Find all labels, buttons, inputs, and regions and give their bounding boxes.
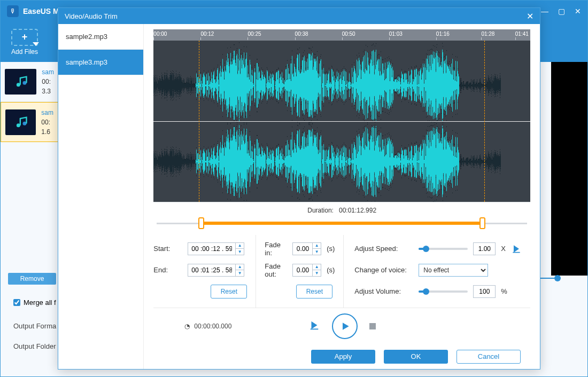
file-time: 00:: [42, 77, 54, 87]
spin-down-icon[interactable]: ▼: [236, 270, 244, 276]
spin-down-icon[interactable]: ▼: [313, 249, 321, 255]
spin-down-icon[interactable]: ▼: [313, 270, 321, 276]
ruler-tick: 01:41: [515, 31, 529, 37]
sidebar-item-sample3[interactable]: sample3.mp3: [58, 50, 143, 75]
playback-time-value: 00:00:00.000: [194, 323, 231, 330]
apply-button[interactable]: Apply: [311, 350, 375, 364]
reset-time-button[interactable]: Reset: [211, 285, 247, 299]
file-item[interactable]: sam 00: 3.3: [1, 62, 58, 102]
ruler-tick: 01:28: [481, 31, 494, 37]
dialog-main: 00:00 00:12 00:25 00:38 00:50 01:03 01:1…: [144, 24, 540, 369]
cancel-button[interactable]: Cancel: [457, 350, 521, 364]
minimize-button[interactable]: —: [541, 7, 548, 15]
voice-label: Change of voice:: [354, 266, 413, 274]
file-size: 3.3: [42, 87, 54, 96]
file-meta: sam 00: 3.3: [42, 67, 54, 96]
speed-unit: X: [501, 245, 506, 253]
file-item[interactable]: sam 00: 1.6: [1, 102, 58, 142]
ok-button[interactable]: OK: [384, 350, 448, 364]
start-input[interactable]: [188, 245, 235, 253]
start-label: Start:: [153, 245, 182, 253]
end-spinner[interactable]: ▲▼: [188, 264, 244, 277]
range-fill: [201, 222, 482, 225]
add-files-label: Add Files: [11, 48, 38, 56]
remove-button[interactable]: Remove: [8, 273, 56, 285]
playback-time: ◔ 00:00:00.000: [184, 323, 231, 330]
file-meta: sam 00: 1.6: [41, 108, 53, 137]
fade-out-input[interactable]: [293, 266, 312, 274]
file-time: 00:: [41, 117, 53, 127]
file-thumb-icon: [5, 69, 36, 95]
ruler-tick: 01:03: [389, 31, 403, 37]
file-name: sam: [41, 108, 53, 117]
add-files-button[interactable]: + Add Files: [11, 29, 38, 56]
dialog-close-icon[interactable]: ✕: [527, 11, 533, 21]
file-list: sam 00: 3.3 sam 00: 1.6: [1, 62, 58, 142]
waveform-selection: [199, 41, 485, 201]
controls: Start: ▲▼ End: ▲▼ Rese: [153, 235, 530, 308]
maximize-button[interactable]: ▢: [558, 7, 565, 15]
speed-preview-play-icon[interactable]: [511, 244, 522, 254]
trim-dialog: Video/Audio Trim ✕ sample2.mp3 sample3.m…: [58, 7, 540, 370]
app-logo-icon: 🎙: [7, 5, 19, 17]
clock-icon: ◔: [184, 323, 190, 330]
merge-label: Merge all f: [24, 299, 56, 307]
play-button[interactable]: [332, 313, 358, 339]
dialog-title: Video/Audio Trim: [65, 12, 118, 20]
speed-slider[interactable]: [419, 248, 468, 250]
spin-up-icon[interactable]: ▲: [236, 243, 244, 249]
merge-checkbox-row: Merge all f: [13, 299, 56, 307]
reset-fade-button[interactable]: Reset: [296, 285, 332, 299]
duration-row: Duration: 00:01:12.992: [153, 202, 530, 217]
ruler-tick: 00:50: [342, 31, 355, 37]
preview-slider-knob[interactable]: [554, 275, 561, 281]
fade-in-spinner[interactable]: ▲▼: [292, 242, 321, 255]
preview-panel: [551, 62, 587, 276]
file-size: 1.6: [41, 127, 53, 137]
sidebar-item-sample2[interactable]: sample2.mp3: [58, 24, 143, 50]
range-slider[interactable]: [157, 217, 527, 230]
end-input[interactable]: [188, 266, 235, 274]
voice-select[interactable]: No effect: [419, 264, 488, 277]
unit-label: (s): [327, 245, 335, 253]
waveform[interactable]: [153, 41, 530, 202]
volume-unit: %: [501, 287, 507, 295]
speed-input[interactable]: [473, 242, 496, 255]
duration-value: 00:01:12.992: [339, 207, 376, 214]
unit-label: (s): [327, 266, 335, 274]
file-name: sam: [42, 67, 54, 77]
fade-out-label: Fade out:: [265, 262, 287, 278]
dialog-footer: Apply OK Cancel: [153, 344, 530, 369]
start-spinner[interactable]: ▲▼: [188, 242, 244, 255]
fade-in-input[interactable]: [293, 245, 312, 253]
fade-out-spinner[interactable]: ▲▼: [292, 264, 321, 277]
speed-label: Adjust Speed:: [354, 245, 413, 253]
volume-slider[interactable]: [419, 290, 468, 293]
range-handle-start[interactable]: [198, 217, 204, 229]
close-button[interactable]: ✕: [575, 7, 581, 15]
window-controls: — ▢ ✕: [541, 7, 581, 15]
fade-in-label: Fade in:: [265, 241, 287, 257]
add-files-icon: +: [11, 29, 38, 46]
timeline-ruler[interactable]: 00:00 00:12 00:25 00:38 00:50 01:03 01:1…: [153, 29, 530, 41]
output-format-label: Output Forma: [13, 322, 56, 330]
spin-up-icon[interactable]: ▲: [313, 243, 321, 249]
ruler-tick: 00:00: [153, 31, 167, 37]
dialog-titlebar: Video/Audio Trim ✕: [58, 8, 540, 24]
play-from-start-icon[interactable]: [308, 319, 320, 333]
ruler-tick: 00:12: [200, 31, 214, 37]
playback-bar: ◔ 00:00:00.000: [153, 308, 530, 344]
end-label: End:: [153, 266, 182, 274]
spin-up-icon[interactable]: ▲: [313, 264, 321, 270]
ruler-tick: 01:16: [436, 31, 450, 37]
volume-input[interactable]: [473, 285, 496, 298]
spin-down-icon[interactable]: ▼: [236, 249, 244, 255]
file-thumb-icon: [5, 109, 36, 135]
merge-checkbox[interactable]: [13, 299, 20, 306]
volume-label: Adjust Volume:: [354, 287, 413, 295]
stop-button[interactable]: [369, 323, 376, 329]
ruler-tick: 00:25: [247, 31, 261, 37]
range-handle-end[interactable]: [479, 217, 485, 229]
output-folder-label: Output Folder: [13, 342, 56, 350]
spin-up-icon[interactable]: ▲: [236, 264, 244, 270]
